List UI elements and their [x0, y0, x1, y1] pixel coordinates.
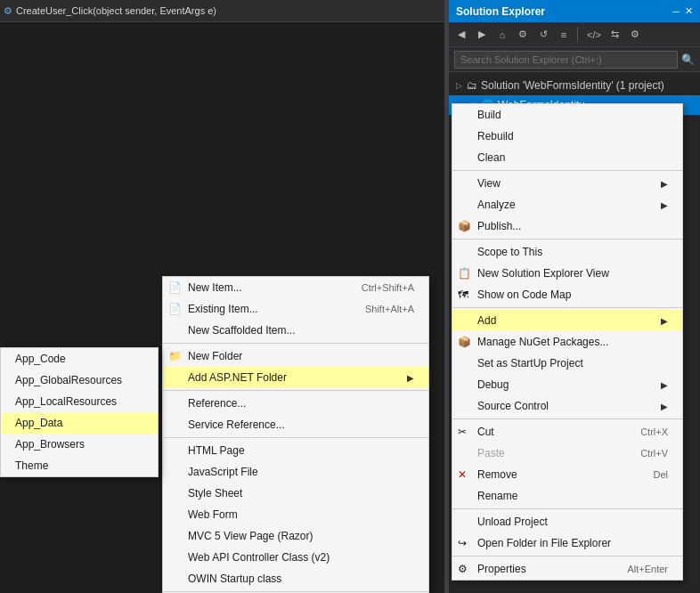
- editor-topbar: ⚙ CreateUser_Click(object sender, EventA…: [0, 0, 445, 22]
- cm-theme[interactable]: Theme: [1, 455, 158, 476]
- cm-paste[interactable]: Paste Ctrl+V: [452, 443, 682, 464]
- view-arrow-icon: ▶: [661, 179, 668, 189]
- cm-sep2: [452, 239, 682, 240]
- cm-web-form-label: Web Form: [188, 508, 238, 521]
- cm-view[interactable]: View ▶: [452, 173, 682, 194]
- cm-add[interactable]: Add ▶: [452, 310, 682, 331]
- cm-service-ref-label: Service Reference...: [188, 418, 285, 431]
- cm-scope[interactable]: Scope to This: [452, 241, 682, 263]
- cm-unload[interactable]: Unload Project: [452, 511, 682, 532]
- toolbar-separator: [577, 28, 581, 42]
- cm-app-data-label: App_Data: [15, 417, 62, 429]
- home-button[interactable]: ⌂: [493, 26, 511, 44]
- cm-rename-label: Rename: [477, 490, 517, 502]
- cm-build-label: Build: [477, 109, 501, 121]
- folder-icon: ↪: [458, 537, 467, 549]
- analyze-arrow-icon: ▶: [661, 200, 668, 210]
- solution-explorer-title: Solution Explorer: [456, 5, 545, 18]
- context-menu-add: 📄 New Item... Ctrl+Shift+A 📄 Existing It…: [162, 276, 429, 593]
- cm-sep4: [452, 418, 682, 419]
- cm-open-folder[interactable]: ↪ Open Folder in File Explorer: [452, 532, 682, 554]
- cm-sep3: [452, 307, 682, 308]
- cm-reference-label: Reference...: [188, 397, 246, 410]
- tree-item-solution[interactable]: ▷ 🗂 Solution 'WebFormsIdentity' (1 proje…: [449, 76, 700, 95]
- cut-icon: ✂: [458, 426, 467, 438]
- cm-sep5: [452, 508, 682, 509]
- code-map-button[interactable]: </>: [585, 26, 603, 44]
- cm-app-browsers[interactable]: App_Browsers: [1, 434, 158, 455]
- properties-button[interactable]: ⚙: [514, 26, 532, 44]
- cm-web-api-label: Web API Controller Class (v2): [188, 551, 330, 564]
- settings-button[interactable]: ⚙: [626, 26, 644, 44]
- cm-publish[interactable]: 📦 Publish...: [452, 215, 682, 237]
- cm-app-data[interactable]: App_Data: [1, 412, 158, 434]
- cm-aspnet-folder-label: Add ASP.NET Folder: [188, 371, 287, 384]
- cm-web-form[interactable]: Web Form: [163, 504, 428, 525]
- new-folder-icon: 📁: [168, 350, 182, 362]
- cm-style-sheet[interactable]: Style Sheet: [163, 483, 428, 504]
- cm-new-scaffolded[interactable]: New Scaffolded Item...: [163, 320, 428, 341]
- context-menu-aspnet-folders: App_Code App_GlobalResources App_LocalRe…: [0, 347, 159, 477]
- cm-analyze[interactable]: Analyze ▶: [452, 194, 682, 215]
- cm-unload-label: Unload Project: [477, 516, 548, 528]
- cm-mvc-view[interactable]: MVC 5 View Page (Razor): [163, 525, 428, 547]
- cm-rename[interactable]: Rename: [452, 485, 682, 507]
- cm-mvc-view-label: MVC 5 View Page (Razor): [188, 530, 313, 542]
- cm-remove[interactable]: ✕ Remove Del: [452, 464, 682, 485]
- cm-cut[interactable]: ✂ Cut Ctrl+X: [452, 421, 682, 443]
- properties-shortcut: Alt+Enter: [609, 564, 668, 574]
- cm-existing-item[interactable]: 📄 Existing Item... Shift+Alt+A: [163, 298, 428, 320]
- cm-web-api[interactable]: Web API Controller Class (v2): [163, 547, 428, 568]
- cm-app-global-res[interactable]: App_GlobalResources: [1, 370, 158, 391]
- cm-app-code[interactable]: App_Code: [1, 348, 158, 370]
- cm-app-local-res[interactable]: App_LocalResources: [1, 391, 158, 412]
- forward-button[interactable]: ▶: [473, 26, 491, 44]
- cm-rebuild[interactable]: Rebuild: [452, 126, 682, 147]
- cm-html-page[interactable]: HTML Page: [163, 440, 428, 461]
- cm-new-item-label: New Item...: [188, 281, 242, 294]
- refresh-button[interactable]: ↺: [534, 26, 552, 44]
- cm-js-file[interactable]: JavaScript File: [163, 461, 428, 483]
- cm-mid-sep3: [163, 437, 428, 438]
- cm-owin-label: OWIN Startup class: [188, 573, 281, 585]
- cm-startup[interactable]: Set as StartUp Project: [452, 353, 682, 374]
- search-icon[interactable]: 🔍: [681, 53, 695, 66]
- cm-properties[interactable]: ⚙ Properties Alt+Enter: [452, 558, 682, 580]
- cm-source-control-label: Source Control: [477, 400, 549, 412]
- existing-item-icon: 📄: [168, 303, 182, 315]
- cm-existing-item-label: Existing Item...: [188, 303, 258, 315]
- cm-nuget-label: Manage NuGet Packages...: [477, 336, 608, 348]
- cm-nuget[interactable]: 📦 Manage NuGet Packages...: [452, 331, 682, 353]
- cm-aspnet-folder[interactable]: Add ASP.NET Folder ▶: [163, 367, 428, 388]
- cm-new-item[interactable]: 📄 New Item... Ctrl+Shift+A: [163, 277, 428, 298]
- cm-app-code-label: App_Code: [15, 353, 66, 365]
- back-button[interactable]: ◀: [452, 26, 470, 44]
- solution-icon: 🗂: [467, 79, 477, 92]
- cm-service-ref[interactable]: Service Reference...: [163, 414, 428, 435]
- cm-js-file-label: JavaScript File: [188, 466, 258, 478]
- search-input[interactable]: [454, 51, 678, 69]
- cm-reference[interactable]: Reference...: [163, 393, 428, 414]
- remove-icon: ✕: [458, 468, 467, 481]
- cm-debug[interactable]: Debug ▶: [452, 374, 682, 395]
- editor-method-name: CreateUser_Click(object sender, EventArg…: [16, 5, 216, 16]
- cm-app-local-res-label: App_LocalResources: [15, 395, 117, 408]
- filter-button[interactable]: ≡: [555, 26, 573, 44]
- close-icon[interactable]: ✕: [685, 5, 693, 17]
- cm-build[interactable]: Build: [452, 104, 682, 126]
- cm-clean-label: Clean: [477, 151, 505, 164]
- cm-add-label: Add: [477, 314, 496, 327]
- cm-new-folder[interactable]: 📁 New Folder: [163, 345, 428, 367]
- publish-icon: 📦: [458, 220, 471, 232]
- cm-cut-label: Cut: [477, 426, 494, 438]
- sync-button[interactable]: ⇆: [606, 26, 623, 44]
- cm-show-code-map[interactable]: 🗺 Show on Code Map: [452, 284, 682, 305]
- cm-owin[interactable]: OWIN Startup class: [163, 568, 428, 589]
- cm-new-se-view[interactable]: 📋 New Solution Explorer View: [452, 263, 682, 284]
- solution-expand-arrow: ▷: [456, 81, 467, 90]
- method-icon: ⚙: [4, 5, 12, 17]
- pin-icon[interactable]: ─: [672, 6, 680, 17]
- cm-clean[interactable]: Clean: [452, 147, 682, 168]
- cm-view-label: View: [477, 177, 501, 190]
- cm-source-control[interactable]: Source Control ▶: [452, 395, 682, 417]
